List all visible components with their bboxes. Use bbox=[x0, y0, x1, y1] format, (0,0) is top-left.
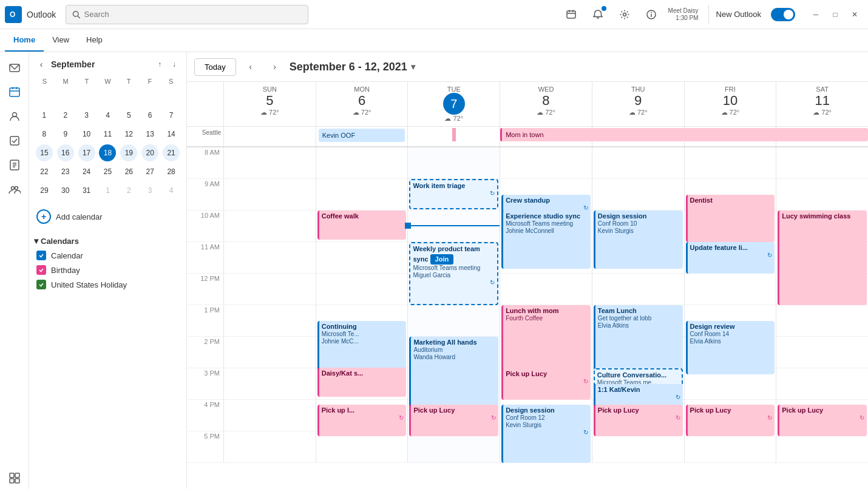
mini-day[interactable]: 6 bbox=[141, 107, 158, 124]
mini-day[interactable]: 5 bbox=[120, 107, 137, 124]
mini-day[interactable]: 20 bbox=[141, 144, 158, 161]
event-design-review[interactable]: Design review Conf Room 14 Elvia Atkins bbox=[686, 321, 775, 374]
tips-btn[interactable] bbox=[642, 5, 661, 24]
event-work-item-triage[interactable]: Work item triage ↻ bbox=[409, 179, 498, 209]
day-col-wed[interactable]: Crew standup ↻ Experience studio sync Mi… bbox=[500, 147, 592, 463]
prev-week-btn[interactable]: ‹ bbox=[241, 57, 260, 76]
mini-day[interactable]: 4 bbox=[99, 107, 116, 124]
event-design-session-wed[interactable]: Design session Conf Room 12 Kevin Sturgi… bbox=[501, 405, 591, 463]
day-col-sun[interactable] bbox=[223, 147, 316, 463]
mini-day[interactable]: 16 bbox=[57, 144, 74, 161]
calendars-collapse-icon: ▾ bbox=[34, 236, 38, 246]
event-pickup-lucy-fri[interactable]: Pick up Lucy ↻ bbox=[686, 405, 775, 436]
minimize-btn[interactable]: ─ bbox=[807, 6, 824, 23]
svg-rect-4 bbox=[567, 11, 575, 18]
settings-btn[interactable] bbox=[615, 5, 634, 24]
cal-item-calendar[interactable]: Calendar bbox=[34, 248, 181, 263]
mini-day[interactable]: 1 bbox=[99, 182, 116, 199]
sidebar-tasks[interactable] bbox=[4, 130, 25, 152]
mini-day[interactable]: 31 bbox=[78, 182, 95, 199]
mini-day[interactable]: 19 bbox=[120, 144, 137, 161]
mini-day[interactable]: 17 bbox=[78, 144, 95, 161]
collapse-panel-btn[interactable]: ‹ bbox=[34, 57, 49, 72]
event-coffee-walk[interactable]: Coffee walk bbox=[317, 211, 407, 240]
day-col-mon[interactable]: Coffee walk Continuing Microsoft Te... J… bbox=[316, 147, 408, 463]
event-team-lunch[interactable]: Team Lunch Get together at lobb Elvia At… bbox=[594, 305, 683, 378]
maximize-btn[interactable]: □ bbox=[827, 6, 844, 23]
tab-help[interactable]: Help bbox=[78, 29, 111, 52]
mini-day[interactable]: 3 bbox=[78, 107, 95, 124]
event-update-feature[interactable]: Update feature li... ↻ bbox=[686, 242, 775, 274]
calendars-header[interactable]: ▾ Calendars bbox=[34, 234, 181, 248]
mini-day[interactable]: 26 bbox=[120, 163, 137, 180]
mini-day[interactable]: 10 bbox=[78, 126, 95, 143]
event-marketing-allhands[interactable]: Marketing All hands Auditorium Wanda How… bbox=[409, 337, 498, 416]
mini-day[interactable]: 3 bbox=[141, 182, 158, 199]
day-col-tue[interactable]: Work item triage ↻ Weekly product team s… bbox=[407, 147, 500, 463]
mini-day[interactable]: 2 bbox=[57, 107, 74, 124]
mini-day[interactable]: 24 bbox=[78, 163, 95, 180]
mini-prev-btn[interactable]: ↑ bbox=[152, 57, 167, 72]
notifications-btn[interactable] bbox=[588, 5, 608, 24]
event-lucy-swimming[interactable]: Lucy swimming class bbox=[778, 211, 867, 305]
search-input[interactable] bbox=[84, 10, 302, 19]
mini-day[interactable]: 30 bbox=[57, 182, 74, 199]
cal-item-birthday[interactable]: Birthday bbox=[34, 263, 181, 277]
sidebar-mail[interactable] bbox=[4, 57, 25, 79]
mini-next-btn[interactable]: ↓ bbox=[167, 57, 181, 72]
event-design-session-thu[interactable]: Design session Conf Room 10 Kevin Sturgi… bbox=[594, 211, 683, 269]
event-experience-sync[interactable]: Experience studio sync Microsoft Teams m… bbox=[501, 211, 591, 269]
join-btn[interactable]: Join bbox=[430, 254, 454, 264]
event-pickup-lucy-sat[interactable]: Pick up Lucy ↻ bbox=[778, 405, 867, 436]
date-range-chevron[interactable]: ▾ bbox=[411, 62, 415, 72]
cal-item-holiday[interactable]: United States Holiday bbox=[34, 277, 181, 292]
day-col-thu[interactable]: Design session Conf Room 10 Kevin Sturgi… bbox=[592, 147, 684, 463]
sidebar-teams[interactable] bbox=[4, 178, 25, 200]
day-col-sat[interactable]: Lucy swimming class Pick up Lucy ↻ bbox=[776, 147, 868, 463]
mini-day[interactable]: 9 bbox=[57, 126, 74, 143]
mini-day[interactable]: 1 bbox=[36, 107, 53, 124]
tab-home[interactable]: Home bbox=[5, 29, 44, 52]
add-calendar-btn[interactable]: + Add calendar bbox=[34, 204, 181, 229]
mini-day[interactable]: 27 bbox=[141, 163, 158, 180]
event-pickup-lucy-wed[interactable]: Pick up Lucy ↻ bbox=[501, 368, 591, 400]
mini-day[interactable]: 28 bbox=[163, 163, 180, 180]
mini-day[interactable]: 15 bbox=[36, 144, 53, 161]
mini-day[interactable]: 22 bbox=[36, 163, 53, 180]
sidebar-apps[interactable] bbox=[4, 467, 25, 489]
mini-day[interactable]: 25 bbox=[99, 163, 116, 180]
event-kevin-oof[interactable]: Kevin OOF bbox=[319, 129, 405, 142]
next-week-btn[interactable]: › bbox=[265, 57, 285, 76]
my-day-btn[interactable] bbox=[561, 5, 581, 24]
new-outlook-toggle[interactable] bbox=[771, 8, 795, 21]
today-button[interactable]: Today bbox=[194, 58, 236, 76]
svg-rect-28 bbox=[15, 479, 19, 483]
mini-day[interactable]: 11 bbox=[99, 126, 116, 143]
mini-day[interactable]: 12 bbox=[120, 126, 137, 143]
mini-day[interactable]: 21 bbox=[163, 144, 180, 161]
event-mom-in-town[interactable]: Mom in town bbox=[500, 128, 868, 141]
mini-day-today[interactable]: 18 bbox=[99, 144, 116, 161]
mini-day[interactable]: 14 bbox=[163, 126, 180, 143]
sidebar-people[interactable] bbox=[4, 106, 25, 127]
mini-day[interactable]: 2 bbox=[120, 182, 137, 199]
mini-day[interactable]: 4 bbox=[163, 182, 180, 199]
mini-day[interactable]: 8 bbox=[36, 126, 53, 143]
event-pickup-lucy-thu[interactable]: Pick up Lucy ↻ bbox=[594, 405, 683, 436]
mini-day[interactable]: 7 bbox=[163, 107, 180, 124]
search-icon bbox=[72, 10, 80, 19]
event-dentist[interactable]: Dentist bbox=[686, 195, 775, 242]
event-pickup-lucy-tue[interactable]: Pick up Lucy ↻ bbox=[409, 405, 498, 436]
sidebar-notes[interactable] bbox=[4, 154, 25, 176]
day-col-fri[interactable]: Dentist Update feature li... ↻ Design re… bbox=[684, 147, 776, 463]
tab-view[interactable]: View bbox=[44, 29, 78, 52]
mini-day[interactable]: 29 bbox=[36, 182, 53, 199]
event-daisy-kat[interactable]: Daisy/Kat s... bbox=[317, 368, 407, 397]
mini-day[interactable]: 23 bbox=[57, 163, 74, 180]
search-bar[interactable] bbox=[66, 5, 308, 24]
event-pickup-lucy-mon[interactable]: Pick up l... ↻ bbox=[317, 405, 407, 436]
mini-day[interactable]: 13 bbox=[141, 126, 158, 143]
sidebar-calendar[interactable] bbox=[4, 81, 25, 103]
close-btn[interactable]: ✕ bbox=[846, 6, 863, 23]
event-weekly-sync[interactable]: Weekly product team sync Join Microsoft … bbox=[409, 242, 498, 305]
